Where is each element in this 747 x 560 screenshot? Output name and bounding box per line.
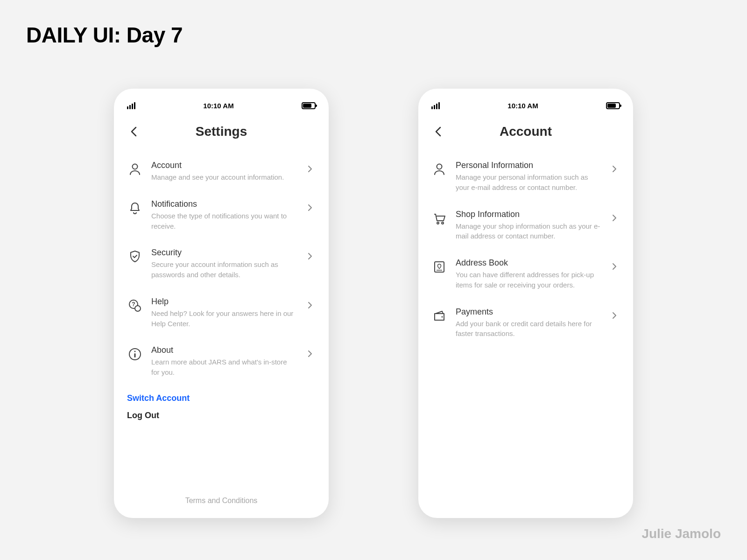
row-subtitle: Add your bank or credit card details her… [456,319,600,339]
settings-row-account[interactable]: Account Manage and see your account info… [127,153,316,192]
svg-rect-6 [134,353,136,357]
chevron-right-icon [304,251,316,262]
row-subtitle: Secure your account information such as … [151,259,296,280]
row-title: Payments [456,307,600,317]
status-bar: 10:10 AM [127,100,316,111]
account-row-personal[interactable]: Personal Information Manage your persona… [431,153,620,202]
row-title: Account [151,161,296,170]
row-subtitle: Choose the type of notifications you wan… [151,211,296,231]
signal-icon [431,102,440,109]
back-button[interactable] [127,125,140,138]
screen-title: Account [500,124,552,139]
back-button[interactable] [431,125,444,138]
address-book-icon [431,259,447,275]
row-subtitle: You can have different addresses for pic… [456,270,600,290]
screen-header: Settings [127,124,316,139]
terms-link[interactable]: Terms and Conditions [127,483,316,505]
svg-text:?: ? [132,301,135,308]
svg-point-0 [133,164,138,169]
chevron-right-icon [304,202,316,213]
row-title: Shop Information [456,210,600,219]
settings-row-about[interactable]: About Learn more about JARS and what's i… [127,338,316,387]
switch-account-link[interactable]: Switch Account [127,387,316,407]
chevron-left-icon [435,126,441,137]
phone-settings: 10:10 AM Settings Account Manage and see… [114,89,329,518]
status-bar: 10:10 AM [431,100,620,111]
person-icon [127,161,143,177]
chevron-right-icon [609,310,620,321]
account-row-payments[interactable]: Payments Add your bank or credit card de… [431,300,620,349]
settings-row-help[interactable]: ? Help Need help? Look for your answers … [127,289,316,338]
account-row-address[interactable]: Address Book You can have different addr… [431,251,620,300]
wallet-icon [431,308,447,324]
row-title: Address Book [456,258,600,268]
status-time: 10:10 AM [203,102,233,110]
row-subtitle: Learn more about JARS and what's in-stor… [151,357,296,378]
screen-title: Settings [196,124,247,139]
help-icon: ? [127,298,143,314]
row-subtitle: Manage and see your account information. [151,172,296,182]
person-icon [431,161,447,177]
settings-row-security[interactable]: Security Secure your account information… [127,240,316,289]
svg-point-7 [437,164,442,169]
row-title: Help [151,297,296,307]
row-title: Personal Information [456,161,600,170]
battery-icon [606,102,620,109]
chevron-right-icon [304,163,316,175]
phone-account: 10:10 AM Account Personal Information Ma… [418,89,633,518]
info-icon [127,346,143,362]
chevron-left-icon [130,126,137,137]
cart-icon [431,210,447,226]
row-title: Security [151,248,296,258]
chevron-right-icon [609,212,620,224]
svg-point-8 [437,222,439,224]
svg-point-9 [442,222,444,224]
row-subtitle: Manage your shop information such as you… [456,221,600,242]
chevron-right-icon [304,300,316,311]
svg-point-5 [134,351,136,352]
screen-header: Account [431,124,620,139]
battery-icon [302,102,316,109]
author-credit: Julie Jamolo [641,526,721,541]
chevron-right-icon [304,348,316,359]
row-subtitle: Need help? Look for your answers here in… [151,308,296,329]
chevron-right-icon [609,163,620,175]
shield-icon [127,249,143,265]
row-title: Notifications [151,199,296,209]
signal-icon [127,102,135,109]
status-time: 10:10 AM [507,102,538,110]
account-row-shop[interactable]: Shop Information Manage your shop inform… [431,202,620,251]
bell-icon [127,200,143,216]
settings-row-notifications[interactable]: Notifications Choose the type of notific… [127,192,316,241]
page-title: DAILY UI: Day 7 [26,22,183,48]
row-title: About [151,345,296,355]
svg-point-12 [442,316,443,317]
log-out-link[interactable]: Log Out [127,407,316,430]
chevron-right-icon [609,261,620,272]
row-subtitle: Manage your personal information such as… [456,172,600,193]
svg-point-3 [135,306,141,311]
